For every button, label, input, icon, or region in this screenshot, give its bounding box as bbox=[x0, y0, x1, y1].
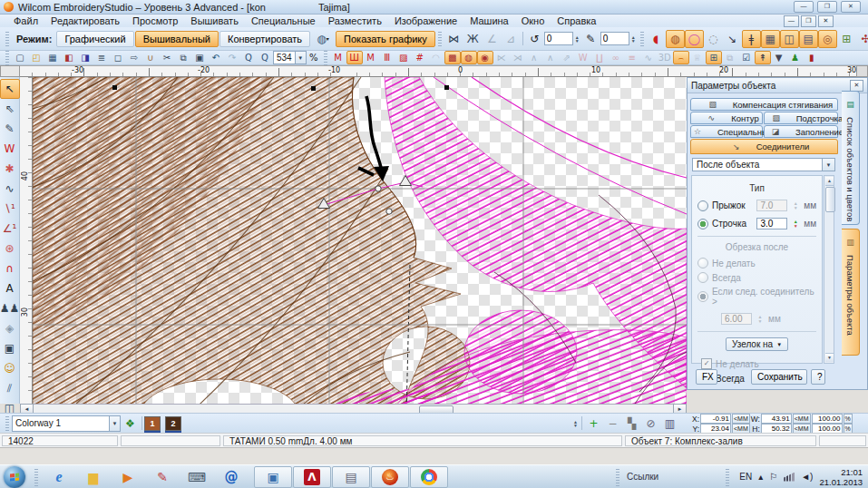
tray-expand-icon[interactable]: ▴ bbox=[758, 472, 763, 482]
stitch-icon[interactable]: Ⅲ bbox=[379, 51, 395, 64]
jump-length-input[interactable] bbox=[756, 200, 787, 211]
stitch-icon[interactable]: W bbox=[575, 51, 591, 64]
view-icon[interactable]: ◫ bbox=[780, 30, 799, 48]
volume-icon[interactable]: ◄) bbox=[801, 472, 813, 482]
toolbar-icon[interactable]: ◨ bbox=[77, 51, 93, 64]
transform-icon[interactable]: ⊿ bbox=[502, 30, 521, 48]
toolbar-grip[interactable] bbox=[5, 416, 9, 431]
rotate-icon[interactable]: ↺ bbox=[525, 30, 544, 48]
machine-format-icon[interactable]: ◍▾ bbox=[310, 30, 336, 48]
side-tab-object-properties[interactable]: ▥ Параметры объекта bbox=[842, 229, 860, 356]
links-label[interactable]: Ссылки bbox=[627, 472, 658, 482]
tie-off-dropdown-button[interactable]: Узелок на ▼ bbox=[726, 337, 788, 351]
figure-tool[interactable]: ☺ bbox=[0, 358, 20, 378]
transform-icon[interactable]: ⋈ bbox=[444, 30, 463, 48]
colorway-action-icon[interactable]: − bbox=[603, 415, 622, 433]
stitch-icon[interactable]: ▨ bbox=[395, 51, 412, 64]
taskbar-app-button[interactable]: ▣ bbox=[254, 466, 292, 488]
rotate-input[interactable] bbox=[544, 32, 573, 45]
trim-length-input[interactable] bbox=[721, 313, 752, 325]
close-button[interactable]: ✕ bbox=[841, 1, 861, 13]
language-indicator[interactable]: EN bbox=[739, 472, 752, 482]
colorway-action-icon[interactable]: ⊘ bbox=[641, 415, 660, 433]
colorway-edit-icon[interactable]: ❖ bbox=[121, 415, 140, 433]
taskbar-app-button[interactable]: Λ bbox=[293, 466, 331, 488]
jump-radio[interactable] bbox=[697, 200, 708, 211]
menu-item[interactable]: Просмотр bbox=[126, 15, 184, 27]
computer-icon[interactable]: ⌨ bbox=[186, 467, 208, 487]
mode-button[interactable]: Графический bbox=[56, 31, 133, 47]
toolbar-icon[interactable]: ▣ bbox=[191, 51, 208, 64]
taskbar-app-button[interactable] bbox=[410, 466, 448, 488]
mode-button[interactable]: Вышивальный bbox=[135, 31, 219, 47]
node-curve-tool[interactable]: ∠¹ bbox=[0, 219, 20, 239]
toolbar-grip[interactable] bbox=[640, 32, 644, 46]
toolbar-icon[interactable]: Q bbox=[240, 51, 257, 64]
design-canvas[interactable] bbox=[33, 77, 687, 404]
stitch-icon[interactable]: ⋊ bbox=[510, 51, 526, 64]
stitch-icon[interactable]: ↟ bbox=[755, 51, 771, 64]
w-unit-button[interactable]: <MM bbox=[793, 414, 811, 424]
lettering-tool[interactable]: A bbox=[0, 278, 20, 298]
menu-item[interactable]: Справка bbox=[551, 15, 602, 27]
stitch-icon[interactable]: M bbox=[330, 51, 346, 64]
run-length-input[interactable] bbox=[756, 218, 787, 229]
select-tool[interactable]: ↖ bbox=[0, 79, 20, 99]
colorway-action-icon[interactable]: + bbox=[584, 415, 603, 433]
toolbar-icon[interactable]: ≣ bbox=[93, 51, 110, 64]
mdi-minimize-button[interactable]: — bbox=[784, 15, 799, 27]
chevron-down-icon[interactable]: ▼ bbox=[295, 52, 306, 63]
toolbar-icon[interactable]: ✂ bbox=[159, 51, 175, 64]
menu-item[interactable]: Разместить bbox=[322, 15, 388, 27]
color-swatch[interactable]: 1 bbox=[144, 416, 161, 431]
x-unit-button[interactable]: <MM bbox=[732, 414, 750, 424]
stitch-icon[interactable]: ◉ bbox=[477, 51, 493, 64]
toolbar-icon[interactable]: ◧ bbox=[61, 51, 77, 64]
toolbar-icon[interactable]: ↶ bbox=[208, 51, 224, 64]
panel-close-icon[interactable]: ✕ bbox=[850, 80, 863, 92]
toolbar-grip[interactable] bbox=[5, 51, 9, 65]
slashes-tool[interactable]: ⫽ bbox=[0, 378, 20, 398]
view-icon[interactable]: ◯ bbox=[685, 30, 704, 48]
toolbar-icon[interactable]: Q bbox=[257, 51, 273, 64]
menu-item[interactable]: Окно bbox=[515, 15, 551, 27]
taskbar-clock[interactable]: 21:01 21.01.2013 bbox=[819, 467, 863, 487]
stitch-icon[interactable]: ⋉ bbox=[493, 51, 510, 64]
colorway-action-icon[interactable]: ▚ bbox=[622, 415, 641, 433]
flower-edit-tool[interactable]: ✱ bbox=[0, 159, 20, 179]
stitch-icon[interactable]: ☑ bbox=[738, 51, 755, 64]
spiral-square-tool[interactable]: ▣ bbox=[0, 338, 20, 358]
links-grip[interactable] bbox=[616, 468, 619, 486]
view-icon[interactable]: ◎ bbox=[818, 30, 837, 48]
freehand-tool[interactable]: ∿ bbox=[0, 179, 20, 199]
tab-fill[interactable]: ◪ Заполнение bbox=[764, 125, 838, 138]
trim-option-radio[interactable] bbox=[697, 258, 708, 268]
scale-w-percent-button[interactable]: % bbox=[844, 414, 853, 424]
stitch-icon[interactable]: ∐ bbox=[591, 51, 608, 64]
ie-icon[interactable]: e bbox=[48, 467, 70, 487]
stitch-icon[interactable]: ▼ bbox=[771, 51, 787, 64]
rotate-spinner[interactable]: ▲▼ bbox=[573, 35, 581, 43]
save-button[interactable]: Сохранить bbox=[751, 369, 807, 385]
menu-item[interactable]: Изображение bbox=[388, 15, 463, 27]
trim-option-radio[interactable] bbox=[697, 291, 708, 302]
mode-button[interactable]: Конвертировать bbox=[219, 31, 310, 47]
view-icon[interactable]: ⊞ bbox=[837, 30, 856, 48]
arc-tool[interactable]: ∩ bbox=[0, 259, 20, 278]
stitch-icon[interactable]: ▩ bbox=[444, 51, 461, 64]
buddies-tool[interactable]: ♟♟ bbox=[0, 298, 20, 318]
mdi-restore-button[interactable]: ❐ bbox=[801, 15, 816, 27]
ruler-corner-right[interactable] bbox=[856, 65, 868, 77]
view-icon[interactable]: ▦ bbox=[761, 30, 780, 48]
stitch-icon[interactable]: ◍ bbox=[461, 51, 477, 64]
toolbar-grip[interactable] bbox=[324, 51, 327, 65]
menu-item[interactable]: Специальные bbox=[245, 15, 322, 27]
run-radio[interactable] bbox=[697, 219, 708, 229]
minimize-button[interactable]: — bbox=[794, 1, 814, 13]
trim-spinner[interactable]: ▲▼ bbox=[756, 315, 765, 323]
skew-icon[interactable]: ✎ bbox=[581, 30, 600, 48]
toolbar-icon[interactable]: ⧉ bbox=[175, 51, 191, 64]
run-spinner[interactable]: ▲▼ bbox=[791, 220, 800, 228]
help-button[interactable]: ? bbox=[811, 369, 825, 385]
taskbar-app-button[interactable]: ▤ bbox=[332, 466, 370, 488]
